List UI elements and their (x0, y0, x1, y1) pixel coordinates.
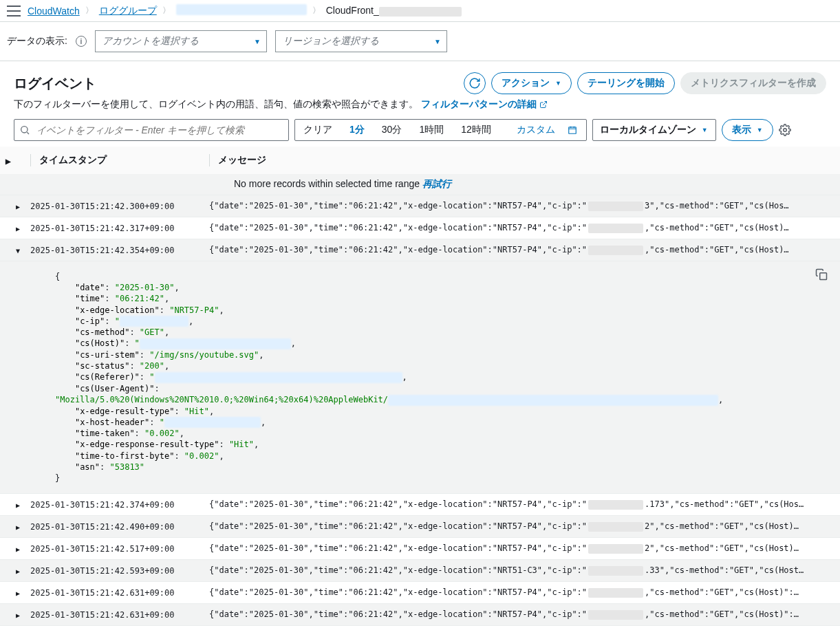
expand-toggle[interactable] (6, 544, 30, 554)
timestamp-cell: 2025-01-30T15:21:42.300+09:00 (30, 202, 209, 211)
message-cell: {"date":"2025-01-30","time":"06:21:42","… (209, 587, 834, 598)
data-view-row: データの表示: i アカウントを選択する リージョンを選択する (0, 22, 840, 61)
timestamp-cell: 2025-01-30T15:21:42.517+09:00 (30, 544, 209, 554)
svg-rect-1 (569, 127, 577, 133)
timezone-select[interactable]: ローカルタイムゾーン (592, 119, 716, 141)
timestamp-cell: 2025-01-30T15:21:42.354+09:00 (30, 246, 209, 255)
table-row: 2025-01-30T15:21:42.354+09:00 {"date":"2… (0, 239, 840, 261)
col-timestamp[interactable]: タイムスタンプ (30, 154, 209, 166)
gear-icon[interactable] (779, 124, 791, 136)
search-input[interactable] (14, 119, 289, 141)
expand-toggle[interactable] (6, 610, 30, 620)
table-row: 2025-01-30T15:21:42.593+09:00 {"date":"2… (0, 560, 840, 582)
timestamp-cell: 2025-01-30T15:21:42.490+09:00 (30, 522, 209, 532)
chevron-right-icon: 〉 (85, 5, 94, 17)
display-button[interactable]: 表示 (722, 119, 773, 141)
time-30m[interactable]: 30分 (374, 120, 411, 140)
refresh-button[interactable] (464, 72, 486, 94)
top-bar: CloudWatch 〉 ロググループ 〉 〉 CloudFront_ (0, 0, 840, 22)
message-cell: {"date":"2025-01-30","time":"06:21:42","… (209, 499, 834, 510)
actions-button[interactable]: アクション (491, 72, 572, 94)
time-1h[interactable]: 1時間 (411, 120, 453, 140)
search-field (14, 119, 289, 141)
message-cell: {"date":"2025-01-30","time":"06:21:42","… (209, 565, 834, 576)
expand-toggle[interactable] (6, 500, 30, 510)
expanded-json: { "date": "2025-01-30", "time": "06:21:4… (0, 261, 840, 494)
message-cell: {"date":"2025-01-30","time":"06:21:42","… (209, 201, 834, 211)
expand-toggle[interactable] (6, 246, 30, 255)
message-cell: {"date":"2025-01-30","time":"06:21:42","… (209, 245, 834, 255)
table-row: 2025-01-30T15:21:42.300+09:00 {"date":"2… (0, 195, 840, 217)
start-tailing-button[interactable]: テーリングを開始 (577, 72, 675, 94)
section-title: ログイベント (14, 74, 96, 93)
time-custom[interactable]: カスタム (500, 120, 586, 140)
expand-toggle[interactable] (6, 588, 30, 598)
table-row: 2025-01-30T15:21:42.631+09:00 {"date":"2… (0, 582, 840, 604)
timestamp-cell: 2025-01-30T15:21:42.631+09:00 (30, 588, 209, 598)
region-select[interactable]: リージョンを選択する (275, 30, 447, 52)
expand-toggle[interactable] (6, 566, 30, 576)
search-icon (19, 124, 30, 136)
section-description: 下のフィルターバーを使用して、ログイベント内の用語、語句、値の検索や照合ができま… (14, 98, 826, 111)
col-message[interactable]: メッセージ (209, 154, 834, 166)
create-metrics-filter-button: メトリクスフィルターを作成 (680, 72, 826, 94)
time-1m[interactable]: 1分 (341, 120, 374, 140)
breadcrumb-group-name[interactable] (176, 4, 307, 17)
filter-pattern-link[interactable]: フィルターパターンの詳細 (421, 98, 548, 109)
timestamp-cell: 2025-01-30T15:21:42.317+09:00 (30, 224, 209, 233)
time-12h[interactable]: 12時間 (453, 120, 500, 140)
expand-toggle[interactable] (6, 202, 30, 211)
copy-icon[interactable] (815, 268, 828, 281)
svg-point-2 (783, 129, 786, 132)
expand-toggle[interactable] (6, 224, 30, 233)
breadcrumb-root[interactable]: CloudWatch (28, 6, 80, 17)
log-table: タイムスタンプ メッセージ No more records within sel… (0, 147, 840, 628)
chevron-right-icon: 〉 (162, 5, 171, 17)
message-cell: {"date":"2025-01-30","time":"06:21:42","… (209, 521, 834, 532)
message-cell: {"date":"2025-01-30","time":"06:21:42","… (209, 223, 834, 233)
table-row: 2025-01-30T15:21:42.631+09:00 {"date":"2… (0, 604, 840, 626)
filter-toolbar: クリア 1分 30分 1時間 12時間 カスタム ローカルタイムゾーン 表示 (14, 119, 826, 141)
message-cell: {"date":"2025-01-30","time":"06:21:42","… (209, 609, 834, 620)
retry-link[interactable]: 再試行 (422, 178, 451, 189)
timestamp-cell: 2025-01-30T15:21:42.374+09:00 (30, 500, 209, 510)
clear-button[interactable]: クリア (295, 120, 341, 140)
table-row: 2025-01-30T15:21:42.317+09:00 {"date":"2… (0, 217, 840, 239)
expand-all-icon[interactable] (6, 155, 11, 166)
time-segment: クリア 1分 30分 1時間 12時間 カスタム (294, 119, 587, 141)
breadcrumb-log-groups[interactable]: ロググループ (99, 5, 157, 17)
info-icon[interactable]: i (76, 36, 87, 47)
menu-icon[interactable] (7, 6, 21, 17)
expand-toggle[interactable] (6, 522, 30, 532)
svg-rect-3 (820, 273, 827, 280)
chevron-right-icon: 〉 (312, 5, 321, 17)
svg-point-0 (21, 127, 28, 133)
table-header: タイムスタンプ メッセージ (0, 147, 840, 174)
account-select[interactable]: アカウントを選択する (95, 30, 267, 52)
no-records-row: No more records within selected time ran… (0, 174, 840, 195)
table-row: 2025-01-30T15:21:42.490+09:00 {"date":"2… (0, 516, 840, 538)
timestamp-cell: 2025-01-30T15:21:42.631+09:00 (30, 610, 209, 620)
breadcrumb: CloudWatch 〉 ロググループ 〉 〉 CloudFront_ (28, 4, 462, 17)
timestamp-cell: 2025-01-30T15:21:42.593+09:00 (30, 566, 209, 576)
breadcrumb-stream-name: CloudFront_ (326, 5, 462, 16)
table-row: 2025-01-30T15:21:42.374+09:00 {"date":"2… (0, 494, 840, 516)
table-row: 2025-01-30T15:21:42.517+09:00 {"date":"2… (0, 538, 840, 560)
data-view-label: データの表示: (7, 35, 67, 47)
message-cell: {"date":"2025-01-30","time":"06:21:42","… (209, 543, 834, 554)
log-events-section: ログイベント アクション テーリングを開始 メトリクスフィルターを作成 下のフィ… (0, 61, 840, 147)
